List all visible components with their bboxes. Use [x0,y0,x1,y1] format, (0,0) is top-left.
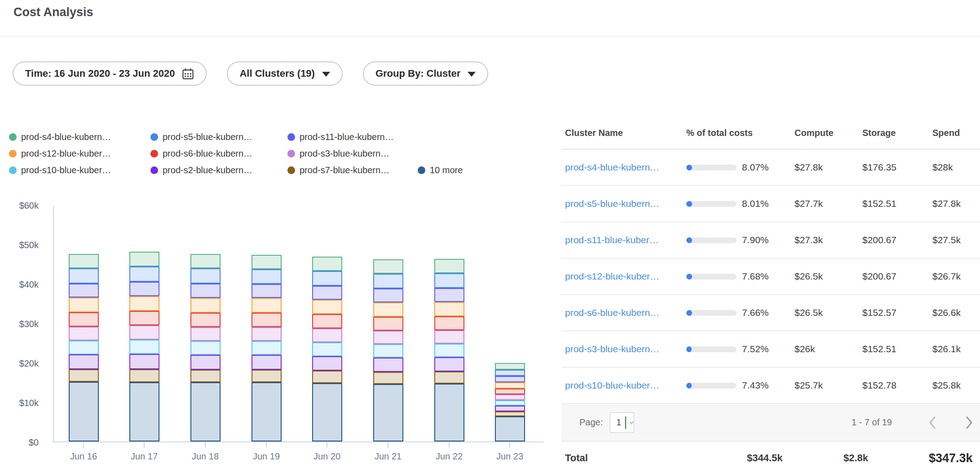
bar-segment[interactable] [373,372,403,384]
bar-segment[interactable] [252,255,282,269]
bar-segment[interactable] [495,406,525,411]
cluster-name-link[interactable]: prod-s4-blue-kubern… [565,162,686,173]
legend-item[interactable]: prod-s5-blue-kubern… [150,132,287,142]
bar-segment[interactable] [373,302,403,317]
bar-segment[interactable] [312,383,342,441]
bar-segment[interactable] [190,327,221,341]
bar-segment[interactable] [495,416,525,441]
time-range-filter[interactable]: Time: 16 Jun 2020 - 23 Jun 2020 [13,61,207,86]
bar-segment[interactable] [312,257,342,271]
bar-segment[interactable] [495,394,525,400]
bar-segment[interactable] [495,411,525,416]
bar-segment[interactable] [69,297,99,312]
bar-segment[interactable] [373,344,403,358]
legend-item[interactable]: prod-s4-blue-kubern… [9,132,150,142]
cluster-name-link[interactable]: prod-s3-blue-kubern… [565,344,686,354]
cluster-name-link[interactable]: prod-s10-blue-kuber… [565,380,686,391]
bar-segment[interactable] [312,356,342,371]
bar-segment[interactable] [190,341,221,355]
bar-segment[interactable] [252,327,282,341]
bar-segment[interactable] [434,302,464,316]
bar-segment[interactable] [129,267,159,282]
cluster-name-link[interactable]: prod-s5-blue-kubern… [565,198,686,209]
legend-item[interactable]: prod-s7-blue-kubern… [287,165,418,175]
bar-segment[interactable] [69,284,99,297]
bar-segment[interactable] [373,317,403,331]
bar-segment[interactable] [495,363,525,370]
bar-segment[interactable] [252,382,282,441]
bar-segment[interactable] [434,357,464,371]
bar-segment[interactable] [129,340,159,354]
legend-item[interactable]: prod-s3-blue-kubern… [287,149,418,159]
bar-segment[interactable] [312,271,342,286]
next-page-button[interactable] [965,415,974,430]
bar-segment[interactable] [373,274,403,288]
bar-segment[interactable] [312,314,342,328]
bar-segment[interactable] [252,341,282,355]
bar-segment[interactable] [373,288,403,302]
bar-segment[interactable] [312,300,342,314]
bar-segment[interactable] [312,328,342,342]
bar-segment[interactable] [312,342,342,356]
bar-segment[interactable] [129,325,159,340]
bar-segment[interactable] [495,400,525,406]
bar-segment[interactable] [129,311,159,325]
bar-segment[interactable] [373,384,403,441]
legend-item[interactable]: prod-s6-blue-kubern… [150,149,287,159]
bar-segment[interactable] [495,389,525,394]
bar-segment[interactable] [190,254,221,268]
bar-segment[interactable] [129,296,159,311]
bar-segment[interactable] [434,316,464,330]
legend-item[interactable]: prod-s2-blue-kubern… [150,165,287,175]
bar-segment[interactable] [69,341,99,354]
bar-segment[interactable] [495,370,525,376]
bar-segment[interactable] [69,327,99,341]
bar-segment[interactable] [129,369,159,382]
bar-segment[interactable] [434,384,464,441]
bar-segment[interactable] [252,355,282,370]
bar-segment[interactable] [252,269,282,284]
cluster-name-link[interactable]: prod-s12-blue-kuber… [565,271,686,282]
legend-item[interactable]: prod-s11-blue-kubern… [287,132,418,142]
bar-segment[interactable] [129,354,159,369]
bar-segment[interactable] [69,312,99,327]
bar-segment[interactable] [69,354,99,369]
bar-segment[interactable] [252,313,282,327]
bar-segment[interactable] [69,268,99,284]
bar-segment[interactable] [373,358,403,372]
bar-segment[interactable] [190,355,221,370]
bar-segment[interactable] [434,371,464,384]
bar-segment[interactable] [190,382,221,441]
bar-segment[interactable] [190,268,221,284]
bar-segment[interactable] [252,298,282,313]
bar-segment[interactable] [129,382,159,441]
bar-segment[interactable] [252,370,282,382]
bar-segment[interactable] [69,254,99,268]
bar-segment[interactable] [129,282,159,296]
previous-page-button[interactable] [928,415,937,430]
legend-item[interactable]: prod-s12-blue-kuber… [9,149,150,159]
bar-segment[interactable] [252,284,282,298]
bar-segment[interactable] [434,344,464,357]
bar-segment[interactable] [190,313,221,327]
bar-segment[interactable] [69,369,99,382]
bar-segment[interactable] [190,370,221,382]
bar-segment[interactable] [434,273,464,288]
bar-segment[interactable] [129,252,159,267]
bar-segment[interactable] [434,288,464,302]
legend-item[interactable]: 10 more [418,165,463,175]
bar-segment[interactable] [190,284,221,298]
bar-segment[interactable] [495,376,525,382]
clusters-filter-dropdown[interactable]: All Clusters (19) [227,61,343,86]
bar-segment[interactable] [434,330,464,344]
group-by-dropdown[interactable]: Group By: Cluster [363,61,488,86]
bar-segment[interactable] [495,382,525,389]
bar-segment[interactable] [312,286,342,300]
bar-segment[interactable] [373,259,403,274]
bar-segment[interactable] [373,331,403,344]
bar-segment[interactable] [190,298,221,313]
bar-segment[interactable] [434,259,464,273]
page-select[interactable]: 1 [610,412,634,433]
bar-segment[interactable] [312,371,342,383]
cluster-name-link[interactable]: prod-s11-blue-kuber… [565,235,686,245]
